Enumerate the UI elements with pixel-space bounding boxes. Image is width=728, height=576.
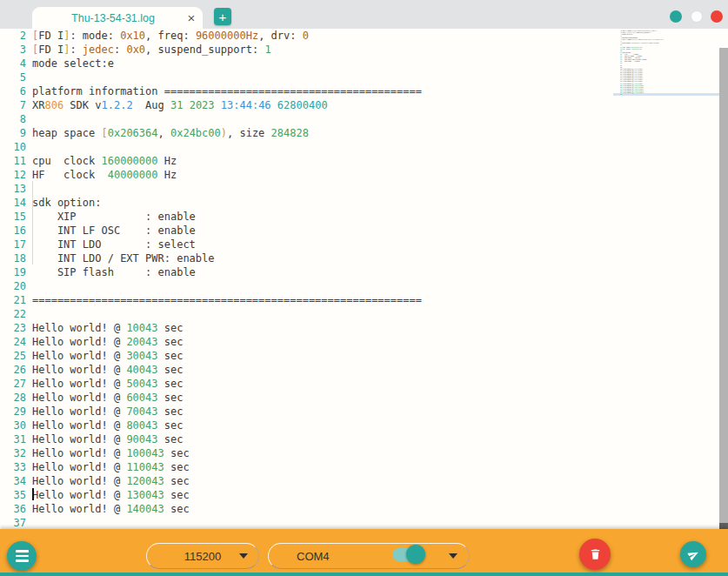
- line-number: 15: [0, 210, 26, 224]
- line-number: 32: [0, 446, 26, 460]
- code-lines: [FD I]: mode: 0x10, freq: 96000000Hz, dr…: [26, 29, 728, 529]
- log-line: XIP : enable: [32, 210, 728, 224]
- log-line: Hello world! @ 120043 sec: [32, 474, 728, 488]
- text-cursor: [32, 488, 34, 500]
- log-line: INT LDO : select: [32, 238, 728, 251]
- log-line: Hello world! @ 20043 sec: [32, 335, 728, 349]
- bottom-toolbar: 115200 COM4: [0, 529, 728, 573]
- log-line: [32, 140, 728, 154]
- clear-log-button[interactable]: [579, 539, 611, 570]
- plus-icon: +: [219, 10, 227, 23]
- chevron-down-icon: [239, 553, 248, 559]
- log-line: Hello world! @ 60043 sec: [32, 391, 728, 405]
- app-window: Thu-13-54-31.log × + 2345678910111213141…: [0, 0, 728, 576]
- indent-guide: [32, 181, 33, 265]
- line-number: 23: [0, 321, 26, 335]
- hamburger-icon: [16, 550, 29, 553]
- minimap[interactable]: 2 [FD I]: mode: 0x10, freq: 96000000Hz, …: [613, 29, 719, 102]
- line-number: 14: [0, 196, 26, 210]
- log-line: Hello world! @ 40043 sec: [32, 363, 728, 377]
- toggle-thumb[interactable]: [406, 545, 425, 564]
- window-button-white[interactable]: [691, 10, 703, 23]
- send-icon: [685, 546, 701, 562]
- trash-icon: [589, 547, 602, 561]
- line-number: 26: [0, 363, 26, 377]
- log-line: [32, 182, 728, 196]
- line-number: 11: [0, 154, 26, 168]
- scrollbar[interactable]: [719, 48, 728, 529]
- minimap-content: 2 [FD I]: mode: 0x10, freq: 96000000Hz, …: [620, 30, 718, 96]
- line-number: 12: [0, 168, 26, 182]
- log-line: sdk option:: [32, 196, 728, 210]
- line-number: 29: [0, 405, 26, 419]
- line-number: 6: [0, 84, 26, 98]
- log-line: [32, 112, 728, 126]
- tab-bar: Thu-13-54-31.log × +: [0, 0, 728, 29]
- line-number: 33: [0, 460, 26, 474]
- line-number: 3: [0, 43, 26, 57]
- bottom-accent-strip: [0, 573, 728, 576]
- line-number: 16: [0, 224, 26, 238]
- line-number: 37: [0, 516, 26, 530]
- log-line: heap space [0x206364, 0x24bc00), size 28…: [32, 126, 728, 140]
- line-number: 4: [0, 57, 26, 70]
- send-button[interactable]: [680, 541, 706, 567]
- log-line: SIP flash : enable: [32, 265, 728, 279]
- window-button-red[interactable]: [711, 10, 723, 23]
- log-line: ========================================…: [32, 293, 728, 307]
- tab-log-file[interactable]: Thu-13-54-31.log ×: [32, 7, 203, 29]
- log-line: Hello world! @ 30043 sec: [32, 349, 728, 363]
- line-number: 9: [0, 126, 26, 140]
- menu-button[interactable]: [7, 541, 37, 571]
- baud-rate-value: 115200: [184, 550, 221, 563]
- line-number: 27: [0, 377, 26, 391]
- line-number: 34: [0, 474, 26, 488]
- log-line: INT LDO / EXT PWR: enable: [32, 251, 728, 265]
- scrollbar-thumb[interactable]: [719, 523, 728, 529]
- line-number: 25: [0, 349, 26, 363]
- close-icon[interactable]: ×: [180, 7, 203, 29]
- line-number: 13: [0, 182, 26, 196]
- log-line: Hello world! @ 70043 sec: [32, 405, 728, 419]
- com-port-dropdown[interactable]: COM4: [268, 543, 470, 569]
- line-number: 17: [0, 238, 26, 251]
- tab-label: Thu-13-54-31.log: [32, 12, 180, 24]
- line-number: 28: [0, 391, 26, 405]
- line-number: 18: [0, 251, 26, 265]
- log-line: Hello world! @ 140043 sec: [32, 502, 728, 516]
- line-number: 8: [0, 112, 26, 126]
- log-line: INT LF OSC : enable: [32, 224, 728, 238]
- line-number: 2: [0, 29, 26, 43]
- com-port-value: COM4: [297, 550, 330, 563]
- line-number: 36: [0, 502, 26, 516]
- log-line: Hello world! @ 100043 sec: [32, 446, 728, 460]
- log-line: Hello world! @ 50043 sec: [32, 377, 728, 391]
- line-number-gutter: 2345678910111213141516171819202122232425…: [0, 29, 26, 529]
- log-line: Hello world! @ 90043 sec: [32, 432, 728, 446]
- log-line: Hello world! @ 110043 sec: [32, 460, 728, 474]
- connection-toggle[interactable]: [392, 548, 425, 561]
- log-line: Hello world! @ 10043 sec: [32, 321, 728, 335]
- log-line: Hello world! @ 130043 sec: [32, 488, 728, 502]
- line-number: 7: [0, 98, 26, 112]
- line-number: 10: [0, 140, 26, 154]
- log-line: Hello world! @ 80043 sec: [32, 419, 728, 432]
- baud-rate-dropdown[interactable]: 115200: [146, 543, 259, 569]
- line-number: 21: [0, 293, 26, 307]
- line-number: 19: [0, 265, 26, 279]
- log-line: [32, 279, 728, 293]
- line-number: 30: [0, 419, 26, 432]
- minimap-line: 37: [620, 93, 718, 95]
- line-number: 20: [0, 279, 26, 293]
- line-number: 35: [0, 488, 26, 502]
- chevron-down-icon: [449, 553, 458, 559]
- line-number: 22: [0, 307, 26, 321]
- log-editor[interactable]: 2345678910111213141516171819202122232425…: [0, 29, 728, 529]
- new-tab-button[interactable]: +: [214, 8, 231, 25]
- log-line: cpu clock 160000000 Hz: [32, 154, 728, 168]
- line-number: 31: [0, 432, 26, 446]
- line-number: 5: [0, 70, 26, 84]
- window-button-teal[interactable]: [670, 10, 682, 23]
- log-line: [32, 307, 728, 321]
- line-number: 24: [0, 335, 26, 349]
